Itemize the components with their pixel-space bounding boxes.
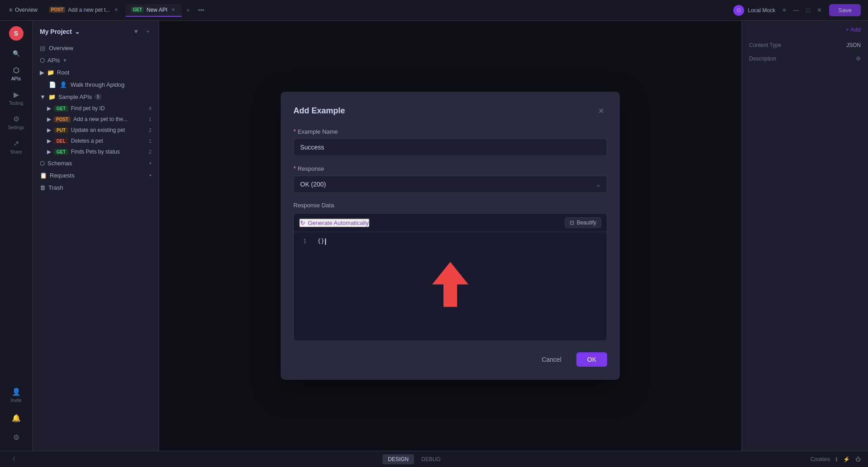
apis-icon: ⬡ xyxy=(13,66,19,75)
sidebar-bottom: 👤 Invite 🔔 ⚙ xyxy=(3,384,30,445)
cookies-button[interactable]: Cookies xyxy=(811,456,830,462)
sidebar-item-share[interactable]: ↗ Share xyxy=(3,135,30,158)
gear-icon: ⚙ xyxy=(13,433,19,442)
power-icon[interactable]: ⏻ xyxy=(855,456,861,462)
invite-icon: 👤 xyxy=(12,388,21,396)
api-item-delete-pet[interactable]: ▶ DEL Deletes a pet 1 xyxy=(33,135,159,146)
tab-post-add[interactable]: POST Add a new pet t... ✕ xyxy=(44,4,125,17)
search-icon[interactable]: 🔍 xyxy=(9,46,24,61)
description-row: Description ⚙ xyxy=(742,52,868,65)
modal-close-button[interactable]: ✕ xyxy=(594,104,607,117)
minimize-icon[interactable]: — xyxy=(792,5,801,15)
filter-icon[interactable]: ▼ xyxy=(132,26,141,37)
find-pet-expand-icon: ▶ xyxy=(47,105,51,112)
tab-list: ≡ Overview POST Add a new pet t... ✕ GET… xyxy=(0,4,726,17)
beautify-button[interactable]: ⊡ Beautify xyxy=(565,217,601,228)
bottom-tabs: DESIGN DEBUG xyxy=(382,454,446,464)
apis-chevron-icon: ▼ xyxy=(62,58,67,63)
sidebar-item-testing[interactable]: ▶ Testing xyxy=(3,87,30,109)
api-item-add-pet[interactable]: ▶ POST Add a new pet to the... 1 xyxy=(33,114,159,125)
nav-walkthrough[interactable]: 📄 👤 Walk through Apidog xyxy=(33,79,159,91)
update-pet-method-badge: PUT xyxy=(54,127,68,133)
description-settings-icon[interactable]: ⚙ xyxy=(856,56,861,62)
ok-button[interactable]: OK xyxy=(576,352,607,367)
tab-design[interactable]: DESIGN xyxy=(382,454,414,464)
cancel-button[interactable]: Cancel xyxy=(532,352,571,367)
nav-back-button[interactable]: 《 xyxy=(7,454,18,464)
project-name[interactable]: My Project ⌄ xyxy=(40,28,80,35)
sidebar-item-settings[interactable]: ⚙ Settings xyxy=(3,111,30,134)
tab-close-post[interactable]: ✕ xyxy=(113,7,119,13)
api-item-update-pet[interactable]: ▶ PUT Update an existing pet 2 xyxy=(33,125,159,135)
schemas-expand-icon: ⬡ xyxy=(40,160,45,167)
delete-pet-expand-icon: ▶ xyxy=(47,138,51,144)
response-select[interactable]: OK (200) xyxy=(293,176,607,193)
share-label: Share xyxy=(10,149,22,154)
tab-get-new[interactable]: GET New API ✕ xyxy=(126,4,182,17)
sample-collapse-icon: ▼ xyxy=(40,93,46,100)
description-label: Description xyxy=(749,56,776,62)
tab-debug[interactable]: DEBUG xyxy=(416,454,446,464)
filter-icon-bottom[interactable]: ⚡ xyxy=(843,456,850,462)
sidebar-item-apis[interactable]: ⬡ APIs xyxy=(3,62,30,85)
sample-apis-header[interactable]: ▼ 📁 Sample APIs 5 xyxy=(33,91,159,103)
save-button[interactable]: Save xyxy=(829,4,861,16)
bottom-bar: 《 DESIGN DEBUG Cookies ℹ ⚡ ⏻ xyxy=(0,451,868,467)
tab-overview[interactable]: ≡ Overview xyxy=(4,4,43,17)
close-window-icon[interactable]: ✕ xyxy=(815,5,824,15)
avatar[interactable]: S xyxy=(9,26,24,41)
find-pet-method-badge: GET xyxy=(54,106,68,112)
api-item-find-pet[interactable]: ▶ GET Find pet by ID 4 xyxy=(33,103,159,114)
update-pet-expand-icon: ▶ xyxy=(47,127,51,133)
example-name-group: * Example Name xyxy=(293,128,607,156)
info-icon[interactable]: ℹ xyxy=(835,456,838,462)
sidebar-item-gear[interactable]: ⚙ xyxy=(3,430,30,445)
content-area: Add Example ✕ * Example Name * Response xyxy=(159,21,741,451)
settings-icon: ⚙ xyxy=(13,115,19,123)
finds-pets-method-badge: GET xyxy=(54,149,68,155)
code-content-area[interactable]: 1 {} xyxy=(294,232,607,341)
response-required-indicator: * xyxy=(293,165,296,172)
tab-add-button[interactable]: + xyxy=(183,5,193,16)
left-panel-header: My Project ⌄ ▼ + xyxy=(33,21,159,42)
modal-header: Add Example ✕ xyxy=(293,104,607,117)
project-chevron-icon: ⌄ xyxy=(75,28,80,35)
tab-close-get[interactable]: ✕ xyxy=(170,7,176,13)
required-indicator: * xyxy=(293,128,296,135)
local-mock: ⬡ Local Mock xyxy=(733,5,775,16)
add-button[interactable]: + Add xyxy=(845,26,861,33)
nav-overview[interactable]: ▤ Overview xyxy=(33,42,159,54)
add-pet-method-badge: POST xyxy=(54,117,71,122)
beautify-icon: ⊡ xyxy=(570,219,574,226)
modal-footer: Cancel OK xyxy=(293,352,607,367)
nav-schemas[interactable]: ⬡ Schemas • xyxy=(33,157,159,169)
response-group: * Response OK (200) xyxy=(293,165,607,193)
requests-icon: 📋 xyxy=(40,172,47,179)
menu-icon[interactable]: ≡ xyxy=(781,5,788,15)
nav-trash[interactable]: 🗑 Trash xyxy=(33,182,159,194)
generate-automatically-button[interactable]: ↻ Generate Automatically xyxy=(299,219,369,227)
nav-folder-root[interactable]: ▶ 📁 Root xyxy=(33,66,159,79)
maximize-icon[interactable]: □ xyxy=(805,5,812,15)
nav-apis-header[interactable]: ⬡ APIs ▼ xyxy=(33,54,159,66)
apis-label: APIs xyxy=(11,76,21,81)
example-name-input[interactable] xyxy=(293,139,607,156)
trash-icon: 🗑 xyxy=(40,184,46,191)
code-line-1: {} xyxy=(312,238,607,335)
main-layout: S 🔍 ⬡ APIs ▶ Testing ⚙ Settings ↗ Share … xyxy=(0,21,868,451)
schemas-more-icon: • xyxy=(149,160,151,167)
add-item-icon[interactable]: + xyxy=(144,26,151,37)
folder-icon: 📁 xyxy=(47,69,54,76)
tab-more-button[interactable]: ••• xyxy=(194,7,208,14)
bottom-right: Cookies ℹ ⚡ ⏻ xyxy=(811,456,861,462)
settings-label: Settings xyxy=(8,125,24,130)
nav-requests[interactable]: 📋 Requests • xyxy=(33,169,159,182)
code-editor: ↻ Generate Automatically ⊡ Beautify 1 xyxy=(293,213,607,341)
get-badge: GET xyxy=(131,7,144,13)
api-item-finds-pets[interactable]: ▶ GET Finds Pets by status 2 xyxy=(33,146,159,157)
topbar-icons: ≡ — □ ✕ xyxy=(781,5,824,15)
sidebar-item-invite[interactable]: 👤 Invite xyxy=(3,384,30,406)
delete-pet-method-badge: DEL xyxy=(54,138,68,144)
sidebar-item-bell[interactable]: 🔔 xyxy=(3,410,30,426)
testing-label: Testing xyxy=(9,101,24,106)
